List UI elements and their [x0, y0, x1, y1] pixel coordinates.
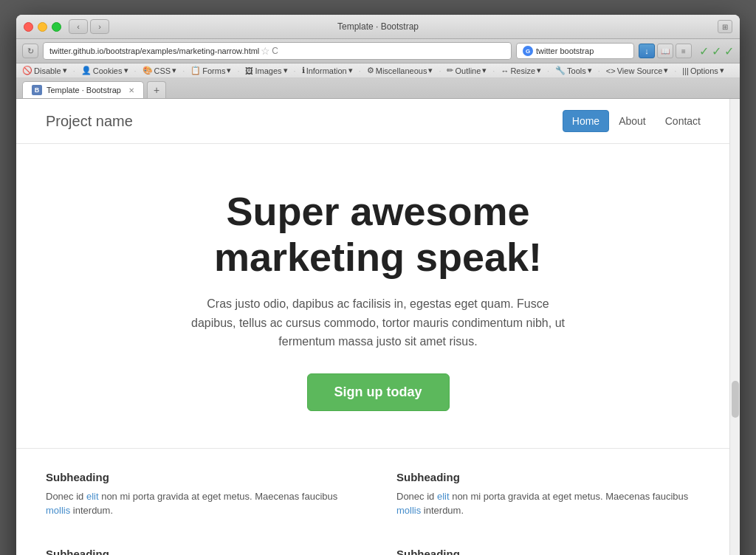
tab-favicon: B	[32, 85, 42, 95]
hero-subtext: Cras justo odio, dapibus ac facilisis in…	[186, 294, 570, 351]
site-nav-links: Home About Contact	[563, 110, 710, 132]
search-bar[interactable]: G twitter bootstrap	[516, 43, 634, 59]
feature-item-1: Subheading Donec id elit non mi porta gr…	[46, 471, 360, 533]
feature-item-3: Subheading Morbi leo risus, porta ac con…	[46, 548, 360, 555]
tab-label: Template · Bootstrap	[47, 86, 121, 94]
feature-heading-3: Subheading	[46, 548, 360, 555]
download-icon[interactable]: ↓	[639, 44, 655, 58]
toolbar-outline[interactable]: ✏ Outline ▾	[447, 66, 487, 75]
feature-link-2a[interactable]: elit	[437, 491, 450, 502]
feature-link-1b[interactable]: mollis	[46, 505, 70, 516]
sep5: ·	[294, 66, 296, 75]
tab-close-icon[interactable]: ✕	[128, 86, 134, 94]
features-section: Subheading Donec id elit non mi porta gr…	[16, 449, 740, 555]
menu-icon[interactable]: ≡	[676, 44, 692, 58]
sep4: ·	[237, 66, 239, 75]
nav-link-about[interactable]: About	[609, 110, 656, 132]
feature-heading-1: Subheading	[46, 471, 360, 483]
bookmark-icon[interactable]: ☆	[261, 45, 270, 57]
toolbar-images[interactable]: 🖼 Images ▾	[245, 66, 287, 75]
traffic-lights	[24, 22, 61, 32]
site-wrapper: Project name Home About Contact Super aw…	[16, 99, 740, 555]
nav-link-contact[interactable]: Contact	[656, 110, 710, 132]
signup-button[interactable]: Sign up today	[307, 373, 450, 411]
site-navbar: Project name Home About Contact	[16, 99, 740, 144]
search-text: twitter bootstrap	[536, 46, 594, 55]
feature-link-1a[interactable]: elit	[86, 491, 99, 502]
feature-heading-4: Subheading	[396, 548, 710, 555]
toolbar-css[interactable]: 🎨 CSS ▾	[142, 66, 177, 75]
toolbar-disable[interactable]: 🚫 Disable ▾	[22, 66, 67, 75]
sep7: ·	[439, 66, 441, 75]
hero-section: Super awesome marketing speak! Cras just…	[16, 144, 740, 449]
toolbar-tools[interactable]: 🔧 Tools ▾	[555, 66, 592, 75]
sep3: ·	[182, 66, 185, 75]
tab-template-bootstrap[interactable]: B Template · Bootstrap ✕	[22, 81, 144, 98]
sep1: ·	[73, 66, 75, 75]
feature-heading-2: Subheading	[396, 471, 710, 483]
site-brand: Project name	[46, 113, 133, 130]
url-bar[interactable]: twitter.github.io/bootstrap/examples/mar…	[43, 42, 512, 60]
window-title: Template · Bootstrap	[337, 21, 419, 32]
forward-button[interactable]: ›	[90, 19, 109, 34]
sep6: ·	[359, 66, 361, 75]
site-content: Project name Home About Contact Super aw…	[16, 99, 740, 555]
feature-text-2: Donec id elit non mi porta gravida at eg…	[396, 489, 710, 518]
title-bar: ‹ › Template · Bootstrap ⊞	[16, 15, 740, 39]
sep9: ·	[547, 66, 549, 75]
toolbar-misc[interactable]: ⚙ Miscellaneous ▾	[367, 66, 433, 75]
feature-item-2: Subheading Donec id elit non mi porta gr…	[396, 471, 710, 533]
tab-bar: B Template · Bootstrap ✕ +	[16, 78, 740, 99]
feature-item-4: Subheading Morbi leo risus, porta ac con…	[396, 548, 710, 555]
nav-link-home[interactable]: Home	[563, 110, 609, 132]
sep8: ·	[492, 66, 495, 75]
nav-buttons: ‹ ›	[69, 19, 109, 34]
scrollbar[interactable]: ◇	[729, 99, 740, 555]
window-control[interactable]: ⊞	[718, 20, 732, 33]
check-icon-1: ✓	[699, 44, 709, 58]
hero-heading: Super awesome marketing speak!	[46, 188, 710, 280]
toolbar-row: 🚫 Disable ▾ · 👤 Cookies ▾ · 🎨 CSS ▾ · 📋 …	[16, 63, 740, 78]
feature-link-2b[interactable]: mollis	[396, 505, 421, 516]
maximize-button[interactable]	[52, 22, 61, 32]
history-icon[interactable]: 📖	[657, 44, 673, 58]
c-icon: C	[272, 46, 278, 56]
feature-text-1: Donec id elit non mi porta gravida at eg…	[46, 489, 360, 518]
close-button[interactable]	[24, 22, 33, 32]
sep11: ·	[674, 66, 676, 75]
check-icon-3: ✓	[724, 44, 734, 58]
scroll-thumb[interactable]	[732, 381, 739, 418]
minimize-button[interactable]	[38, 22, 47, 32]
new-tab-button[interactable]: +	[147, 81, 166, 98]
toolbar-resize[interactable]: ↔ Resize ▾	[501, 66, 541, 75]
sep2: ·	[134, 66, 137, 75]
back-button[interactable]: ‹	[69, 19, 88, 34]
toolbar-info[interactable]: ℹ Information ▾	[302, 66, 353, 75]
reload-button[interactable]: ↻	[22, 44, 38, 58]
browser-window: ‹ › Template · Bootstrap ⊞ ↻ twitter.git…	[16, 15, 740, 555]
toolbar-forms[interactable]: 📋 Forms ▾	[190, 66, 231, 75]
toolbar-cookies[interactable]: 👤 Cookies ▾	[81, 66, 128, 75]
toolbar-viewsource[interactable]: <> View Source ▾	[606, 66, 668, 75]
address-bar-row: ↻ twitter.github.io/bootstrap/examples/m…	[16, 39, 740, 63]
toolbar-options[interactable]: ||| Options ▾	[682, 66, 724, 75]
url-text: twitter.github.io/bootstrap/examples/mar…	[49, 46, 259, 55]
sep10: ·	[598, 66, 600, 75]
check-icon-2: ✓	[712, 44, 721, 58]
google-icon: G	[523, 46, 533, 56]
